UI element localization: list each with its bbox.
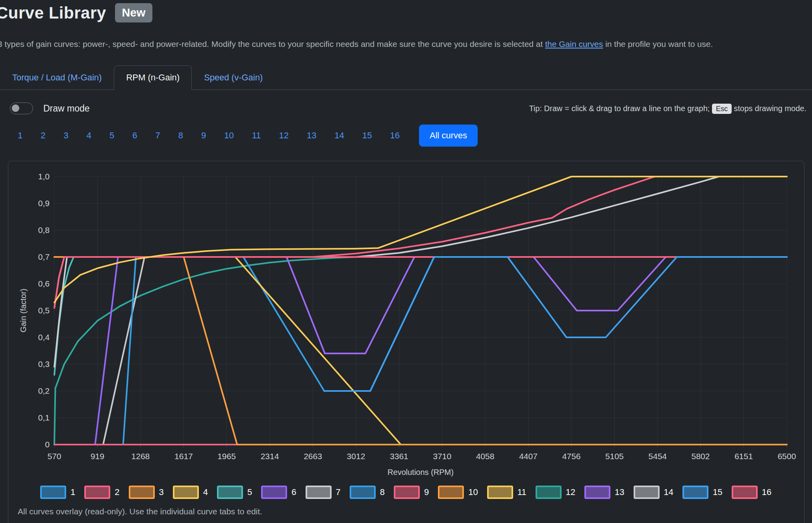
y-tick-label: 0,8 bbox=[38, 225, 50, 235]
x-tick-label: 1617 bbox=[174, 452, 193, 461]
curve-button-5[interactable]: 5 bbox=[100, 125, 123, 146]
esc-key-badge: Esc bbox=[712, 104, 732, 114]
legend-label: 1 bbox=[70, 487, 75, 497]
x-tick-label: 3012 bbox=[347, 452, 365, 461]
y-tick-label: 1,0 bbox=[38, 172, 50, 181]
legend-swatch-icon bbox=[487, 486, 513, 499]
legend-swatch-icon bbox=[732, 486, 758, 499]
x-tick-label: 1965 bbox=[217, 452, 236, 461]
legend-item-10[interactable]: 10 bbox=[438, 486, 478, 499]
legend-item-15[interactable]: 15 bbox=[682, 486, 722, 499]
draw-mode-control: Draw mode bbox=[10, 102, 90, 114]
legend-label: 4 bbox=[203, 487, 208, 497]
legend-swatch-icon bbox=[217, 486, 243, 499]
y-tick-label: 0,6 bbox=[38, 279, 50, 288]
legend-label: 15 bbox=[713, 487, 722, 497]
y-axis-title: Gain (factor) bbox=[19, 288, 28, 332]
curve-button-6[interactable]: 6 bbox=[123, 125, 146, 146]
legend-item-8[interactable]: 8 bbox=[350, 486, 385, 499]
legend-item-1[interactable]: 1 bbox=[40, 486, 75, 499]
x-tick-label: 6151 bbox=[734, 452, 753, 461]
title-row: Curve Library New bbox=[0, 3, 152, 22]
legend-item-13[interactable]: 13 bbox=[584, 486, 624, 499]
legend-swatch-icon bbox=[438, 486, 464, 499]
x-tick-label: 5105 bbox=[605, 452, 624, 461]
draw-mode-toggle[interactable] bbox=[10, 102, 33, 114]
new-badge: New bbox=[115, 3, 153, 22]
legend-swatch-icon bbox=[40, 486, 66, 499]
curve-button-11[interactable]: 11 bbox=[243, 125, 270, 146]
y-tick-label: 0 bbox=[45, 440, 50, 449]
legend-label: 16 bbox=[762, 487, 771, 497]
curve-button-12[interactable]: 12 bbox=[270, 125, 298, 146]
curve-button-14[interactable]: 14 bbox=[326, 125, 353, 146]
x-tick-label: 4756 bbox=[562, 452, 581, 461]
legend-swatch-icon bbox=[536, 486, 562, 499]
y-tick-label: 0,4 bbox=[38, 333, 50, 342]
curve-button-7[interactable]: 7 bbox=[146, 125, 169, 146]
tab-speed-v-gain-[interactable]: Speed (v-Gain) bbox=[192, 65, 275, 90]
x-tick-label: 2314 bbox=[261, 452, 279, 461]
toggle-knob-icon bbox=[12, 104, 19, 112]
legend-item-12[interactable]: 12 bbox=[536, 486, 575, 499]
controls-row: Draw mode Tip: Draw = click & drag to dr… bbox=[0, 99, 812, 121]
x-axis-title: Revolutions (RPM) bbox=[387, 468, 454, 476]
tip-text-after: stops drawing mode. bbox=[732, 104, 806, 113]
tab-torque-load-m-gain-[interactable]: Torque / Load (M-Gain) bbox=[0, 65, 114, 90]
description-text-after: in the profile you want to use. bbox=[603, 39, 713, 48]
curve-button-row: 12345678910111213141516All curves bbox=[9, 125, 478, 147]
x-tick-label: 4407 bbox=[519, 452, 538, 461]
legend-item-11[interactable]: 11 bbox=[487, 486, 527, 499]
legend-item-7[interactable]: 7 bbox=[306, 486, 341, 499]
tip-text: Tip: Draw = click & drag to draw a line … bbox=[529, 104, 806, 113]
curve-button-15[interactable]: 15 bbox=[353, 125, 381, 146]
curve-button-3[interactable]: 3 bbox=[55, 125, 78, 146]
legend-swatch-icon bbox=[306, 486, 332, 499]
legend-item-6[interactable]: 6 bbox=[261, 486, 296, 499]
y-tick-label: 0,7 bbox=[38, 252, 50, 261]
legend-swatch-icon bbox=[84, 486, 110, 499]
gain-curves-link[interactable]: the Gain curves bbox=[545, 39, 603, 48]
curve-button-9[interactable]: 9 bbox=[192, 125, 215, 146]
legend-label: 6 bbox=[291, 487, 296, 497]
x-tick-label: 3710 bbox=[433, 452, 452, 461]
legend-label: 7 bbox=[336, 487, 341, 497]
legend-item-14[interactable]: 14 bbox=[634, 486, 673, 499]
chart-legend: 12345678910111213141516 bbox=[8, 486, 804, 499]
legend-item-4[interactable]: 4 bbox=[173, 486, 208, 499]
legend-label: 2 bbox=[115, 487, 119, 497]
tab-rpm-n-gain-[interactable]: RPM (n-Gain) bbox=[114, 65, 192, 90]
legend-swatch-icon bbox=[634, 486, 660, 499]
curve-button-2[interactable]: 2 bbox=[32, 125, 54, 146]
page-title: Curve Library bbox=[0, 4, 106, 22]
legend-label: 10 bbox=[468, 487, 478, 497]
y-tick-label: 0,3 bbox=[38, 359, 50, 369]
legend-item-2[interactable]: 2 bbox=[84, 486, 119, 499]
curve-button-13[interactable]: 13 bbox=[298, 125, 325, 146]
legend-swatch-icon bbox=[173, 486, 199, 499]
x-tick-label: 1268 bbox=[132, 452, 150, 461]
curve-button-16[interactable]: 16 bbox=[381, 125, 409, 146]
legend-item-5[interactable]: 5 bbox=[217, 486, 252, 499]
legend-swatch-icon bbox=[584, 486, 610, 499]
page-description: 3 types of gain curves: power-, speed- a… bbox=[0, 39, 713, 49]
curve-button-8[interactable]: 8 bbox=[169, 125, 192, 146]
x-tick-label: 570 bbox=[47, 452, 61, 461]
curve-button-10[interactable]: 10 bbox=[215, 125, 243, 146]
curve-button-1[interactable]: 1 bbox=[9, 125, 32, 146]
legend-item-3[interactable]: 3 bbox=[129, 486, 164, 499]
chart-draw-surface[interactable] bbox=[54, 177, 787, 445]
legend-label: 13 bbox=[615, 487, 624, 497]
curve-button-4[interactable]: 4 bbox=[78, 125, 100, 146]
legend-item-16[interactable]: 16 bbox=[732, 486, 771, 499]
gain-curve-chart[interactable]: 5709191268161719652314266330123361371040… bbox=[0, 158, 812, 485]
x-tick-label: 4058 bbox=[476, 452, 495, 461]
legend-swatch-icon bbox=[394, 486, 420, 499]
legend-swatch-icon bbox=[261, 486, 287, 499]
all-curves-button[interactable]: All curves bbox=[419, 125, 478, 147]
legend-swatch-icon bbox=[129, 486, 155, 499]
legend-item-9[interactable]: 9 bbox=[394, 486, 429, 499]
legend-label: 8 bbox=[380, 487, 385, 497]
x-tick-label: 919 bbox=[91, 452, 104, 461]
legend-label: 3 bbox=[159, 487, 164, 497]
